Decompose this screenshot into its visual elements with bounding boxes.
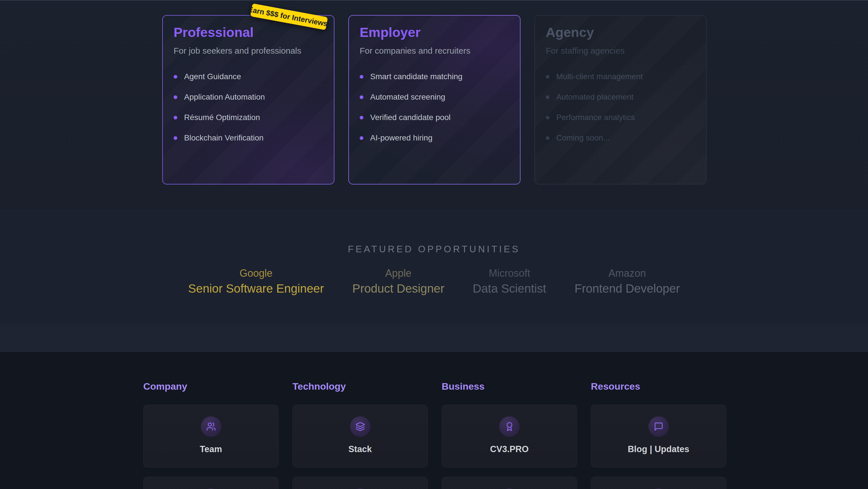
- plan-feature: Résumé Optimization: [174, 113, 323, 122]
- plan-feature: Coming soon...: [546, 133, 695, 143]
- footer-card-stack[interactable]: Stack: [292, 405, 428, 467]
- plan-feature: Smart candidate matching: [360, 72, 509, 82]
- plan-feature-label: Résumé Optimization: [184, 113, 260, 122]
- footer-card-cv3pro[interactable]: CV3.PRO: [442, 405, 577, 467]
- footer-column-heading: Technology: [292, 380, 428, 392]
- featured-role: Product Designer: [352, 281, 444, 296]
- plan-title: Agency: [546, 24, 695, 40]
- footer-card-label: CV3.PRO: [490, 444, 528, 454]
- plan-feature-label: Blockchain Verification: [184, 133, 264, 143]
- plan-feature: Performance analytics: [546, 113, 695, 122]
- plan-subtitle: For companies and recruiters: [360, 45, 509, 56]
- footer-section: Company Team Technology: [0, 352, 868, 489]
- bullet-dot-icon: [360, 95, 363, 99]
- plan-feature-label: Coming soon...: [556, 133, 610, 143]
- footer-column-company: Company Team: [143, 380, 279, 489]
- bullet-dot-icon: [546, 75, 550, 79]
- spacer-band: [0, 325, 868, 352]
- featured-item: Google Senior Software Engineer: [188, 267, 324, 296]
- bullet-dot-icon: [360, 136, 363, 140]
- footer-column-heading: Resources: [591, 380, 726, 392]
- plan-feature: Application Automation: [174, 92, 323, 102]
- featured-company: Google: [188, 267, 324, 280]
- footer-card-partial[interactable]: [591, 477, 726, 489]
- plan-card-agency: Agency For staffing agencies Multi-clien…: [534, 15, 707, 184]
- plan-feature: AI-powered hiring: [360, 133, 509, 143]
- featured-opportunities-section: FEATURED OPPORTUNITIES Google Senior Sof…: [0, 210, 868, 325]
- plans-section: Earn $$$ for Interviews! Professional Fo…: [0, 0, 868, 210]
- plan-feature: Automated screening: [360, 92, 509, 102]
- featured-role: Data Scientist: [472, 281, 546, 296]
- featured-heading: FEATURED OPPORTUNITIES: [0, 211, 868, 255]
- footer-card-partial[interactable]: [442, 477, 577, 489]
- plan-feature-label: Application Automation: [184, 92, 265, 102]
- bullet-dot-icon: [174, 95, 177, 99]
- plan-feature: Blockchain Verification: [174, 133, 323, 143]
- plan-feature-label: Multi-client management: [556, 72, 643, 82]
- footer-card-label: Team: [200, 444, 222, 454]
- plan-feature: Multi-client management: [546, 72, 695, 82]
- plans-row: Professional For job seekers and profess…: [162, 15, 707, 184]
- footer-card-label: Blog | Updates: [628, 444, 689, 454]
- plan-feature-label: Agent Guidance: [184, 72, 241, 82]
- plan-feature-label: Automated screening: [370, 92, 445, 102]
- plan-feature: Agent Guidance: [174, 72, 323, 82]
- footer-columns: Company Team Technology: [143, 380, 726, 489]
- bullet-dot-icon: [174, 75, 177, 79]
- footer-card-partial[interactable]: [292, 477, 428, 489]
- plan-title: Employer: [360, 24, 509, 40]
- footer-card-team[interactable]: Team: [143, 405, 279, 467]
- plan-card-professional[interactable]: Professional For job seekers and profess…: [162, 15, 335, 184]
- plan-subtitle: For job seekers and professionals: [174, 45, 323, 56]
- featured-company: Microsoft: [472, 267, 546, 280]
- footer-card-partial[interactable]: [143, 477, 279, 489]
- featured-role: Frontend Developer: [575, 281, 680, 296]
- plan-feature-label: Performance analytics: [556, 113, 635, 122]
- plan-feature: Automated placement: [546, 92, 695, 102]
- plan-feature-label: Verified candidate pool: [370, 113, 451, 122]
- featured-item: Apple Product Designer: [352, 267, 444, 296]
- footer-column-business: Business CV3.PRO: [442, 380, 577, 489]
- plan-feature-label: Automated placement: [556, 92, 633, 102]
- users-icon: [201, 416, 221, 437]
- plan-feature: Verified candidate pool: [360, 113, 509, 122]
- plan-feature-list: Smart candidate matching Automated scree…: [360, 72, 509, 143]
- plan-title: Professional: [174, 24, 323, 40]
- footer-card-label: Stack: [348, 444, 372, 454]
- featured-item: Amazon Frontend Developer: [575, 267, 680, 296]
- footer-column-resources: Resources Blog | Updates: [591, 380, 726, 489]
- featured-item: Microsoft Data Scientist: [472, 267, 546, 296]
- award-icon: [499, 416, 520, 437]
- footer-column-heading: Company: [143, 380, 279, 392]
- bullet-dot-icon: [546, 136, 550, 140]
- featured-role: Senior Software Engineer: [188, 281, 324, 296]
- plan-feature-label: Smart candidate matching: [370, 72, 462, 82]
- plan-subtitle: For staffing agencies: [546, 45, 695, 56]
- plan-feature-list: Agent Guidance Application Automation Ré…: [174, 72, 323, 143]
- bullet-dot-icon: [360, 116, 363, 119]
- featured-company: Apple: [352, 267, 444, 280]
- bullet-dot-icon: [546, 95, 550, 99]
- plan-card-employer[interactable]: Employer For companies and recruiters Sm…: [348, 15, 521, 184]
- featured-company: Amazon: [575, 267, 680, 280]
- footer-column-technology: Technology Stack: [292, 380, 428, 489]
- featured-row: Google Senior Software Engineer Apple Pr…: [0, 267, 868, 296]
- plan-feature-list: Multi-client management Automated placem…: [546, 72, 695, 143]
- plan-feature-label: AI-powered hiring: [370, 133, 432, 143]
- message-icon: [648, 416, 669, 437]
- bullet-dot-icon: [360, 75, 363, 79]
- bullet-dot-icon: [546, 116, 550, 119]
- bullet-dot-icon: [174, 136, 177, 140]
- footer-column-heading: Business: [442, 380, 577, 392]
- footer-card-blog[interactable]: Blog | Updates: [591, 405, 726, 467]
- bullet-dot-icon: [174, 116, 177, 119]
- layers-icon: [350, 416, 370, 437]
